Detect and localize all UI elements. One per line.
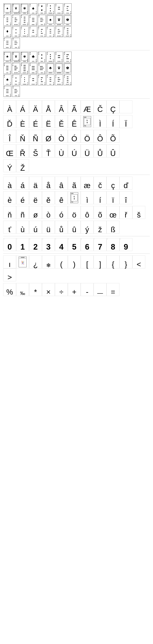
- card-king-clubs-b: ♚ KING: [64, 63, 72, 74]
- symbols-section: ı JOKER 🃏 ¿ ❄ ( ) [: [3, 255, 150, 297]
- embedded-joker-cell: JOKER 🃏: [16, 256, 29, 268]
- char-cell-r-caron: ř: [120, 206, 132, 219]
- char-cell-OE: Œ: [3, 144, 16, 158]
- char-cell-paren-close: ): [68, 256, 81, 268]
- char-cell-a-umlaut: ä: [29, 176, 42, 190]
- char-cell-O-acute: Ó: [68, 130, 81, 143]
- diamonds-row2: 9♦ ♦♦♦♦♦♦♦♦♦ 9♦ NINE 10♦ ♦♦♦♦♦♦♦♦♦♦ 10♦ …: [3, 38, 150, 49]
- char-cell-3: 3 3: [42, 238, 55, 251]
- card-3-clubs: 3♣ ♣♣♣ 3♣ THREE: [46, 52, 54, 62]
- card-6-clubs: 6♣ ♣♣♣♣♣♣ 6♣ SIX: [4, 63, 11, 74]
- char-cell-C-cedilla: Ç: [106, 100, 120, 113]
- char-cell-R-caron: Ř: [16, 144, 29, 158]
- char-cell-A-acute: Á: [16, 100, 29, 113]
- char-cell-6: 6 6: [81, 238, 94, 251]
- card-7-diamonds: 7♦ ♦♦♦♦♦♦♦ 7♦ SEVEN: [55, 26, 63, 37]
- char-cell-O-grave: Ò: [55, 130, 68, 143]
- char-cell-E-acute: É: [29, 115, 42, 128]
- card-10-diamonds: 10♦ ♦♦♦♦♦♦♦♦♦♦ 10♦ TEN: [12, 38, 20, 48]
- char-cell-n-caron: ň: [3, 206, 16, 219]
- hearts-spades-row2: 9♠ ♠♠♠♠♠♠♠♠♠ 9♠ NINE 10♠ ♠♠♠♠♠♠♠♠♠♠ 10♠ …: [3, 86, 150, 97]
- char-cell-U-circ: Û: [106, 144, 120, 158]
- card-6-spades2: 6♠ ♠♠♠♠♠♠ 6♠ SIX: [46, 74, 54, 85]
- char-cell-divide: ÷: [55, 283, 68, 296]
- lowercase-row2: è é ë ě ê KING 5♣: [3, 190, 150, 205]
- card-5-spades: 5♠ ♠♠♠♠♠ 5♠ FIVE: [64, 4, 72, 14]
- card-8-clubs: 8♣ ♣♣♣♣♣♣♣♣ 8♣ EIGHT: [21, 63, 28, 74]
- char-cell-E-circ: Ê: [68, 115, 81, 128]
- char-cell-9: 9 9: [120, 238, 132, 251]
- char-cell-ae: æ: [81, 176, 94, 190]
- char-cell-i-umlaut: ï: [106, 191, 120, 204]
- card-6-spades: 6♠ ♠♠♠♠♠♠ 6♠ SIX: [4, 15, 11, 26]
- char-cell-C-caron: Č: [94, 100, 106, 113]
- card-ace-clubs: A♣ ♣ A♣ ACE: [29, 52, 37, 62]
- card-king-clubs: K♣ ♚ K♣ KING: [21, 52, 28, 62]
- card-jack-spades: J♠ ♠ J♠ JACK: [4, 4, 11, 14]
- uppercase-row3: Î Ň Ñ Ø Ò Ó Ö Ô Õ: [3, 129, 150, 144]
- spades-section: J♠ ♠ J♠ JACK Q♠ ♛ Q♠ QUEEN K♠ ♚ K♠ KING …: [3, 3, 150, 49]
- page-container: J♠ ♠ J♠ JACK Q♠ ♛ Q♠ QUEEN K♠ ♚ K♠ KING …: [2, 2, 151, 300]
- card-7-spades: 7♠ ♠♠♠♠♠♠♠ 7♠ SEVEN: [12, 15, 20, 26]
- char-cell-i-acute: í: [94, 191, 106, 204]
- char-cell-oe: œ: [106, 206, 120, 219]
- char-cell-e-grave: è: [3, 191, 16, 204]
- char-cell-T-caron: Ť: [42, 144, 55, 158]
- card-9-diamonds: 9♦ ♦♦♦♦♦♦♦♦♦ 9♦ NINE: [4, 38, 11, 48]
- card-8-spades: 8♠ ♠♠♠♠♠♠♠♠ 8♠ EIGHT: [21, 15, 28, 26]
- char-cell-A-ring: Å: [42, 100, 55, 113]
- char-cell-percent: %: [3, 283, 16, 296]
- char-cell-a-circ: â: [55, 176, 68, 190]
- diamonds-row1: A♦ ♦ A♦ ACE 2♦ ♦♦ 2♦ TWO 3♦ ♦♦♦ 3♦ THREE…: [3, 26, 150, 37]
- char-cell-U-ring: Ů: [94, 144, 106, 158]
- numbers-section: 0 0 1 1 2 2 3 3 4 4 5 5: [3, 238, 150, 252]
- char-cell-1: 1 1: [16, 238, 29, 251]
- lowercase-row4: ť ù ú ü ů û ý ž ß: [3, 220, 150, 234]
- char-cell-E-caron: Ě: [55, 115, 68, 128]
- char-cell-Z-caron: Ž: [16, 159, 29, 172]
- char-cell-U-umlaut: Ü: [81, 144, 94, 158]
- king-5-card-lower: KING 5♣ FIVE: [70, 192, 78, 203]
- char-cell-Y-acute: Ý: [3, 159, 16, 172]
- card-5-spades2: 5♠ ♠♠♠♠♠ 5♠ FIVE: [38, 74, 46, 85]
- embedded-card-cell-1: KING 5♣ FIVE: [81, 115, 94, 128]
- char-cell-empty-1: [120, 100, 132, 113]
- char-cell-z-caron: ž: [94, 221, 106, 234]
- char-cell-c-caron: č: [94, 176, 106, 190]
- spades-row2: 6♠ ♠♠♠♠♠♠ 6♠ SIX 7♠ ♠♠♠♠♠♠♠ 7♠ SEVEN 8♠ …: [3, 15, 150, 26]
- char-cell-e-acute: é: [16, 191, 29, 204]
- char-cell-I-grave: Ì: [94, 115, 106, 128]
- char-cell-asterisk: *: [29, 283, 42, 296]
- card-jack-clubs: J♣ ♣ J♣ JACK: [4, 52, 11, 62]
- card-5-clubs: 5♣ ♣♣♣♣♣ 5♣ FIVE: [64, 52, 72, 62]
- card-jack-spades-b: ♠ JACK: [46, 15, 54, 26]
- char-cell-7: 7 7: [94, 238, 106, 251]
- char-cell-o-circ: ô: [81, 206, 94, 219]
- char-cell-t-caron: ť: [3, 221, 16, 234]
- char-cell-2: 2 2: [29, 238, 42, 251]
- char-cell-a-tilde: ã: [68, 176, 81, 190]
- char-cell-A-circ: Â: [55, 100, 68, 113]
- char-cell-a-ring: å: [42, 176, 55, 190]
- card-7-clubs: 7♣ ♣♣♣♣♣♣♣ 7♣ SEVEN: [12, 63, 20, 74]
- char-cell-o-stroke: ø: [29, 206, 42, 219]
- char-cell-A-tilde: Ã: [68, 100, 81, 113]
- hearts-spades-row1: A♠ ♠ A♠ ACE 2♠ ♠♠ 2♠ TWO 3♠ ♠♠♠ 3♠ THREE…: [3, 74, 150, 86]
- card-8-diamonds: 8♦ ♦♦♦♦♦♦♦♦ 8♦ EIGHT: [64, 26, 72, 37]
- char-cell-O-circ: Ô: [94, 130, 106, 143]
- char-cell-permille: ‰: [16, 283, 29, 296]
- card-queen-clubs: Q♣ ♛ Q♣ QUEEN: [12, 52, 20, 62]
- char-cell-u-ring: ů: [55, 221, 68, 234]
- uppercase-row4: Œ Ř Š Ť Ù Ú Ü Ů Û: [3, 144, 150, 158]
- char-cell-u-circ: û: [68, 221, 81, 234]
- uppercase-row5: Ý Ž: [3, 158, 150, 173]
- symbols-row2: % ‰ * × ÷ + - — =: [3, 282, 150, 297]
- char-cell-y-acute: ý: [81, 221, 94, 234]
- char-cell-multiply: ×: [42, 283, 55, 296]
- char-cell-A-grave: À: [3, 100, 16, 113]
- char-cell-plus: +: [68, 283, 81, 296]
- card-king-spades: K♠ ♚ K♠ KING: [21, 4, 28, 14]
- card-ace-spades: A♠ ♠ A♠ ACE: [29, 4, 37, 14]
- card-9-spades2: 9♠ ♠♠♠♠♠♠♠♠♠ 9♠ NINE: [4, 86, 11, 97]
- divider-4: [3, 236, 150, 236]
